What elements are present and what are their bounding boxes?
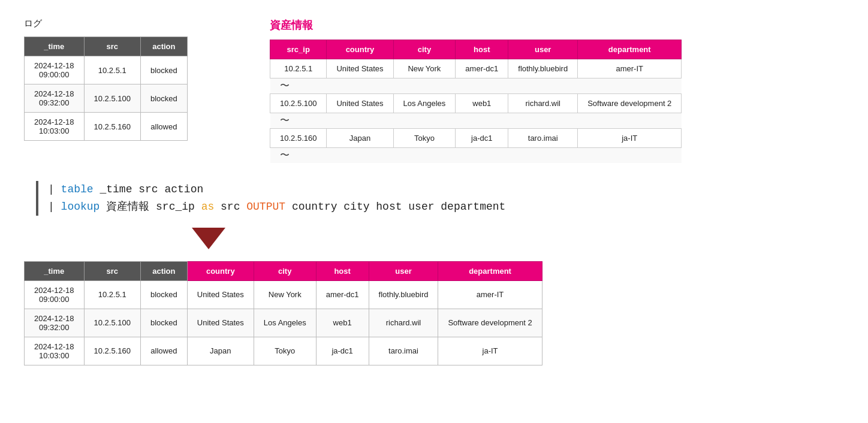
asset-table-cell: 10.2.5.100 [270, 94, 327, 113]
result-table-cell: amer-dc1 [316, 280, 369, 309]
result-pink-header: user [369, 261, 438, 280]
keyword-lookup: lookup [61, 201, 100, 213]
result-table-cell: flothly.bluebird [369, 280, 438, 309]
tilde-cell: 〜 [270, 148, 682, 164]
log-table-cell: blocked [140, 84, 187, 113]
arrow-section [192, 228, 844, 249]
code-line1: | table _time src action [48, 181, 505, 198]
asset-table-cell: ja-IT [578, 129, 682, 148]
asset-table: src_ipcountrycityhostuserdepartment 10.2… [270, 40, 682, 163]
asset-table-cell: Tokyo [393, 129, 456, 148]
asset-header-cell: src_ip [270, 40, 327, 59]
result-table-cell: Los Angeles [254, 309, 316, 337]
log-table-cell: blocked [140, 56, 187, 84]
result-table-cell: United States [187, 280, 254, 309]
asset-table-cell: ja-dc1 [456, 129, 508, 148]
result-table-cell: 2024-12-18 09:32:00 [25, 309, 85, 337]
asset-table-row: 〜 [270, 113, 682, 129]
asset-table-cell: taro.imai [508, 129, 578, 148]
asset-table-cell: Software development 2 [578, 94, 682, 113]
asset-table-cell: flothly.bluebird [508, 59, 578, 78]
code-lines: | table _time src action | lookup 資産情報 s… [48, 181, 505, 216]
result-grey-header: src [84, 261, 140, 280]
log-table-cell: 10.2.5.100 [84, 84, 140, 113]
log-header-cell: _time [25, 37, 85, 56]
keyword-table: table [61, 183, 94, 195]
result-table-row: 2024-12-18 09:00:0010.2.5.1blockedUnited… [25, 280, 542, 309]
result-table-cell: 10.2.5.100 [84, 309, 140, 337]
result-table-cell: ja-IT [438, 337, 542, 365]
log-table: _timesrcaction 2024-12-18 09:00:0010.2.5… [24, 37, 188, 141]
code-line2-rest: country city host user department [285, 201, 505, 213]
keyword-output: OUTPUT [246, 201, 285, 213]
result-pink-header: department [438, 261, 542, 280]
log-table-cell: 2024-12-18 10:03:00 [25, 113, 85, 141]
asset-table-cell: Los Angeles [393, 94, 456, 113]
log-title: ログ [24, 18, 234, 29]
result-table-cell: 10.2.5.160 [84, 337, 140, 365]
result-table-cell: United States [187, 309, 254, 337]
result-table-cell: ja-dc1 [316, 337, 369, 365]
result-table-cell: blocked [140, 280, 187, 309]
asset-header-cell: host [456, 40, 508, 59]
result-pink-header: host [316, 261, 369, 280]
code-line2-src: src [214, 201, 246, 213]
result-table-cell: 10.2.5.1 [84, 280, 140, 309]
result-table-cell: Software development 2 [438, 309, 542, 337]
asset-header-cell: city [393, 40, 456, 59]
asset-header-cell: country [327, 40, 393, 59]
keyword-as: as [201, 201, 215, 213]
result-table-cell: 2024-12-18 09:00:00 [25, 280, 85, 309]
result-table-row: 2024-12-18 10:03:0010.2.5.160allowedJapa… [25, 337, 542, 365]
log-table-cell: 10.2.5.1 [84, 56, 140, 84]
tilde-cell: 〜 [270, 113, 682, 129]
pipe2: | [48, 201, 61, 213]
asset-title: 資産情報 [270, 18, 844, 32]
pipe1: | [48, 183, 61, 195]
asset-header-cell: department [578, 40, 682, 59]
code-line2: | lookup 資産情報 src_ip as src OUTPUT count… [48, 198, 505, 216]
asset-table-cell: 10.2.5.160 [270, 129, 327, 148]
result-table-cell: blocked [140, 309, 187, 337]
result-table-cell: taro.imai [369, 337, 438, 365]
log-table-cell: 10.2.5.160 [84, 113, 140, 141]
result-grey-header: action [140, 261, 187, 280]
asset-table-row: 〜 [270, 148, 682, 164]
asset-table-cell: Japan [327, 129, 393, 148]
log-table-cell: allowed [140, 113, 187, 141]
down-arrow-icon [192, 228, 225, 249]
log-header-cell: action [140, 37, 187, 56]
code-line2-middle: 資産情報 src_ip [100, 201, 201, 213]
result-pink-header: city [254, 261, 316, 280]
log-table-row: 2024-12-18 09:00:0010.2.5.1blocked [25, 56, 188, 84]
log-table-row: 2024-12-18 09:32:0010.2.5.100blocked [25, 84, 188, 113]
asset-table-cell: web1 [456, 94, 508, 113]
asset-table-cell: 10.2.5.1 [270, 59, 327, 78]
result-grey-header: _time [25, 261, 85, 280]
asset-table-cell: amer-dc1 [456, 59, 508, 78]
asset-table-cell: richard.wil [508, 94, 578, 113]
tilde-cell: 〜 [270, 78, 682, 94]
result-table-cell: allowed [140, 337, 187, 365]
result-table-cell: New York [254, 280, 316, 309]
log-table-cell: 2024-12-18 09:32:00 [25, 84, 85, 113]
result-table-cell: Japan [187, 337, 254, 365]
asset-header-cell: user [508, 40, 578, 59]
log-table-cell: 2024-12-18 09:00:00 [25, 56, 85, 84]
asset-table-cell: United States [327, 59, 393, 78]
asset-table-row: 10.2.5.160JapanTokyoja-dc1taro.imaija-IT [270, 129, 682, 148]
code-line1-rest: _time src action [94, 183, 204, 195]
asset-table-cell: United States [327, 94, 393, 113]
result-table-cell: 2024-12-18 10:03:00 [25, 337, 85, 365]
code-section: | table _time src action | lookup 資産情報 s… [36, 181, 844, 216]
result-table-cell: Tokyo [254, 337, 316, 365]
result-pink-header: country [187, 261, 254, 280]
asset-table-row: 〜 [270, 78, 682, 94]
result-table-cell: richard.wil [369, 309, 438, 337]
asset-table-cell: New York [393, 59, 456, 78]
log-header-cell: src [84, 37, 140, 56]
result-table-row: 2024-12-18 09:32:0010.2.5.100blockedUnit… [25, 309, 542, 337]
result-table-cell: amer-IT [438, 280, 542, 309]
result-table-cell: web1 [316, 309, 369, 337]
code-bar [36, 181, 38, 216]
